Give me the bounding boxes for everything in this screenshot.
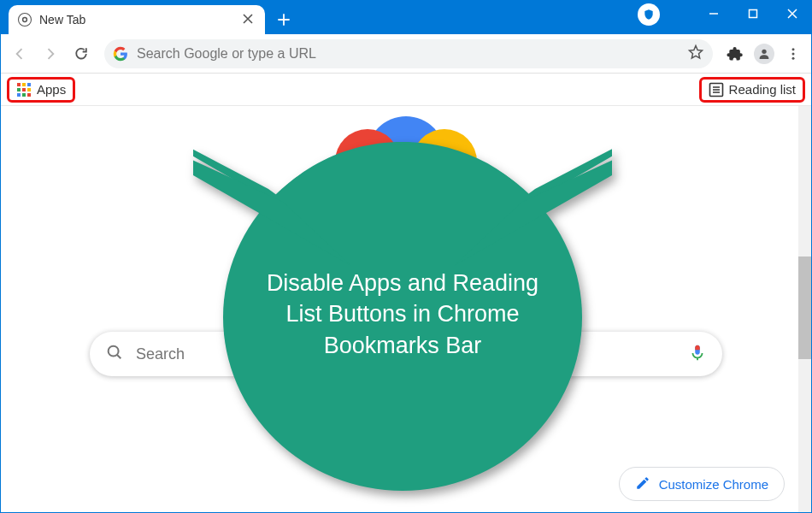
extensions-icon[interactable] <box>723 42 747 66</box>
new-tab-page: Disable Apps and Reading List Buttons in… <box>0 106 812 513</box>
svg-point-19 <box>335 129 400 194</box>
svg-point-2 <box>23 18 26 21</box>
forward-button[interactable] <box>38 41 63 67</box>
reading-list-icon <box>709 82 724 97</box>
svg-point-4 <box>762 49 766 53</box>
profile-avatar[interactable] <box>752 42 776 66</box>
close-tab-button[interactable] <box>239 10 256 29</box>
svg-point-21 <box>109 346 119 357</box>
svg-rect-3 <box>750 10 757 18</box>
window-close-button[interactable] <box>773 0 812 27</box>
svg-rect-10 <box>27 83 31 86</box>
protection-shield-icon[interactable] <box>638 3 660 26</box>
svg-rect-15 <box>22 93 26 97</box>
svg-rect-12 <box>22 88 26 91</box>
reading-list-label: Reading list <box>729 82 796 97</box>
ntp-search-box[interactable] <box>90 332 722 376</box>
chrome-icon <box>17 12 32 27</box>
apps-button[interactable]: Apps <box>7 77 75 103</box>
browser-toolbar <box>0 34 812 74</box>
bookmarks-bar: Apps Reading list <box>0 74 812 106</box>
reload-button[interactable] <box>68 41 94 67</box>
window-titlebar: New Tab <box>0 0 812 34</box>
back-button[interactable] <box>7 41 32 67</box>
svg-rect-13 <box>27 88 31 91</box>
chrome-menu-button[interactable] <box>781 42 805 66</box>
svg-rect-16 <box>27 93 31 97</box>
svg-point-5 <box>792 48 795 50</box>
svg-rect-9 <box>22 83 26 86</box>
svg-rect-8 <box>17 83 21 86</box>
browser-tab[interactable]: New Tab <box>9 5 265 34</box>
apps-label: Apps <box>37 82 66 97</box>
voice-search-icon[interactable] <box>688 343 707 365</box>
new-tab-button[interactable] <box>272 8 296 32</box>
google-logo <box>286 115 526 198</box>
address-bar[interactable] <box>104 39 713 68</box>
svg-point-6 <box>792 52 795 55</box>
window-minimize-button[interactable] <box>694 0 733 27</box>
customize-chrome-button[interactable]: Customize Chrome <box>619 467 785 501</box>
pencil-icon <box>635 475 650 493</box>
scrollbar-thumb[interactable] <box>798 256 812 359</box>
ntp-search-input[interactable] <box>136 345 676 363</box>
reading-list-button[interactable]: Reading list <box>699 77 805 103</box>
avatar-icon <box>754 44 774 64</box>
window-maximize-button[interactable] <box>733 0 773 27</box>
svg-rect-14 <box>17 93 21 97</box>
svg-point-20 <box>412 129 477 194</box>
svg-rect-11 <box>17 88 21 91</box>
tab-strip: New Tab <box>0 0 638 34</box>
customize-label: Customize Chrome <box>659 477 768 492</box>
titlebar-right <box>638 0 812 34</box>
search-icon <box>105 343 124 365</box>
tab-title: New Tab <box>39 13 232 27</box>
google-g-icon <box>113 46 128 62</box>
bookmark-star-icon[interactable] <box>687 44 704 64</box>
apps-grid-icon <box>16 82 32 97</box>
omnibox-input[interactable] <box>137 46 679 62</box>
svg-point-7 <box>792 56 795 59</box>
vertical-scrollbar[interactable] <box>798 106 812 513</box>
